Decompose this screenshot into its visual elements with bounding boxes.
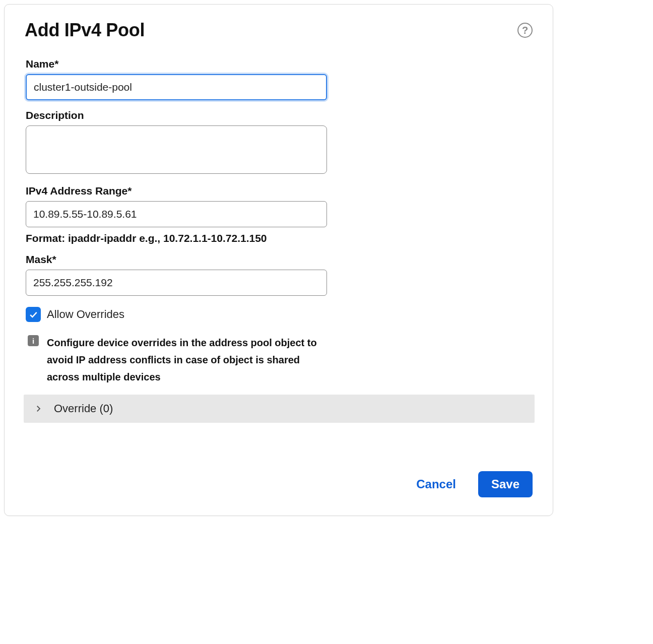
save-button[interactable]: Save	[478, 471, 533, 497]
range-label: IPv4 Address Range*	[26, 185, 533, 197]
mask-label: Mask*	[26, 253, 533, 266]
allow-overrides-label: Allow Overrides	[47, 308, 124, 321]
dialog-header: Add IPv4 Pool ?	[25, 20, 533, 41]
name-input[interactable]	[26, 74, 327, 100]
mask-field-group: Mask*	[26, 253, 533, 296]
name-label: Name*	[26, 58, 533, 70]
check-icon	[28, 309, 38, 319]
mask-input[interactable]	[26, 270, 327, 296]
add-ipv4-pool-dialog: Add IPv4 Pool ? Name* Description IPv4 A…	[4, 4, 553, 516]
override-section[interactable]: Override (0)	[24, 395, 535, 423]
form-body: Name* Description IPv4 Address Range* Fo…	[25, 58, 533, 423]
override-label: Override (0)	[54, 402, 113, 415]
info-icon: i	[28, 335, 39, 346]
cancel-button[interactable]: Cancel	[416, 477, 456, 491]
help-icon[interactable]: ?	[517, 23, 533, 38]
info-row: i Configure device overrides in the addr…	[26, 334, 533, 385]
name-field-group: Name*	[26, 58, 533, 100]
dialog-title: Add IPv4 Pool	[25, 20, 145, 41]
range-field-group: IPv4 Address Range* Format: ipaddr-ipadd…	[26, 185, 533, 244]
info-text: Configure device overrides in the addres…	[47, 334, 329, 385]
description-label: Description	[26, 109, 533, 121]
dialog-footer: Cancel Save	[25, 471, 533, 497]
allow-overrides-row: Allow Overrides	[26, 307, 533, 322]
allow-overrides-checkbox[interactable]	[26, 307, 41, 322]
range-input[interactable]	[26, 201, 327, 227]
description-input[interactable]	[26, 125, 327, 174]
range-format-hint: Format: ipaddr-ipaddr e.g., 10.72.1.1-10…	[26, 232, 533, 244]
chevron-right-icon	[34, 404, 43, 413]
description-field-group: Description	[26, 109, 533, 176]
